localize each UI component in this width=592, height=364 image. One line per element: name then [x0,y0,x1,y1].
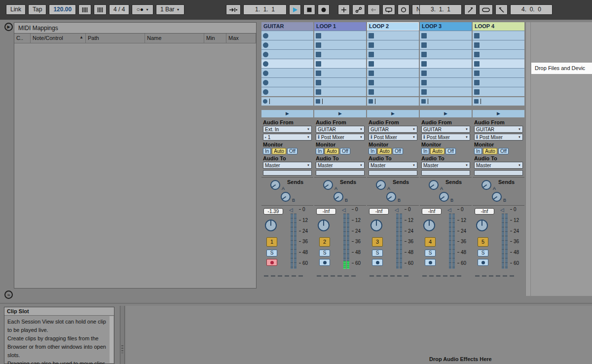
column-header-path[interactable]: Path [86,34,145,43]
clip-stop-button[interactable] [421,42,427,48]
arm-button[interactable] [478,259,488,266]
overdub-button[interactable] [338,4,350,15]
clip-slot-selected-scene[interactable] [367,59,419,68]
track-activator-button[interactable]: 5 [478,237,488,247]
monitor-auto-button[interactable]: Auto [430,148,444,154]
clip-launch-row[interactable]: ▶ [261,110,313,117]
clip-stop-button[interactable] [316,42,321,48]
clip-launch-row[interactable]: ▶ [314,110,366,117]
clip-slot[interactable] [473,40,524,49]
input-channel-chooser[interactable]: ⅱ Post Mixer ▼ [474,134,523,141]
clip-slot[interactable] [367,69,419,77]
pan-knob[interactable] [370,218,383,232]
volume-display[interactable]: -Inf [475,208,494,215]
pan-knob[interactable] [475,218,489,232]
clip-slot[interactable] [261,87,313,96]
clip-stop-button[interactable] [474,71,480,76]
info-view-toggle-button[interactable]: ≈ [4,291,13,299]
clip-slot[interactable] [261,50,313,59]
output-channel-box[interactable] [316,170,365,176]
clip-slot[interactable] [473,50,524,59]
track-header[interactable]: LOOP 1 [314,22,366,31]
clip-stop-button[interactable] [263,42,268,48]
track-header[interactable]: LOOP 4 [473,22,524,31]
clip-stop-button[interactable] [421,99,426,104]
clip-stop-button[interactable] [474,33,480,38]
arm-button[interactable] [266,259,277,266]
loop-start-display[interactable]: 3. 1. 1 [419,4,462,15]
input-type-chooser[interactable]: GUITAR ▼ [316,126,365,133]
clip-stop-button[interactable] [263,71,268,76]
monitor-off-button[interactable]: Off [393,148,403,154]
track-activator-button[interactable]: 4 [425,237,436,247]
solo-button[interactable]: S [266,250,277,256]
clip-slot[interactable] [473,78,524,87]
input-type-chooser[interactable]: Ext. In ▼ [263,126,312,133]
clip-stop-button[interactable] [316,99,320,104]
clip-stop-button[interactable] [474,42,480,48]
nudge-up-button[interactable] [94,4,107,15]
automation-arm-button[interactable] [352,4,365,15]
output-channel-box[interactable] [369,170,417,176]
play-button[interactable] [289,4,301,15]
send-a-knob[interactable] [481,179,492,191]
capture-midi-button[interactable] [382,4,395,15]
arm-button[interactable] [319,259,330,266]
solo-button[interactable]: S [478,250,488,256]
send-a-knob[interactable] [375,179,387,191]
send-b-knob[interactable] [385,191,397,203]
clip-slot-editing[interactable] [420,97,472,106]
solo-button[interactable]: S [372,250,383,256]
clip-stop-button[interactable] [421,61,427,67]
pan-knob[interactable] [422,218,436,232]
monitor-in-button[interactable]: In [474,148,482,154]
column-header-name[interactable]: Name [145,34,204,43]
clip-stop-button[interactable] [316,33,321,38]
send-a-knob[interactable] [428,179,440,191]
clip-slot[interactable] [367,78,419,87]
clip-slot[interactable] [314,50,366,59]
output-chooser[interactable]: Master ▼ [369,162,417,169]
clip-stop-button[interactable] [474,89,480,95]
output-channel-box[interactable] [421,170,470,176]
clip-slot-editing[interactable] [367,97,419,106]
monitor-in-button[interactable]: In [316,148,324,154]
clip-slot-selected-scene[interactable] [314,59,366,68]
clip-stop-button[interactable] [263,89,268,95]
track-activator-button[interactable]: 2 [319,237,330,247]
monitor-auto-button[interactable]: Auto [483,148,497,154]
clip-stop-button[interactable] [474,61,480,67]
clip-stop-button[interactable] [263,61,268,67]
clip-slot[interactable] [420,69,472,77]
input-channel-chooser[interactable]: ▪ 1 ▼ [263,134,312,141]
input-channel-chooser[interactable]: ⅱ Post Mixer ▼ [316,134,365,141]
clip-slot[interactable] [261,31,313,40]
monitor-auto-button[interactable]: Auto [272,148,286,154]
arm-button[interactable] [425,259,436,266]
input-type-chooser[interactable]: GUITAR ▼ [421,126,470,133]
midi-mappings-list[interactable] [14,43,256,288]
column-header-channel[interactable]: C.. [14,34,31,43]
clip-stop-button[interactable] [369,33,374,38]
track-header[interactable]: LOOP 2 [367,22,419,31]
clip-slot[interactable] [261,78,313,87]
clip-stop-button[interactable] [369,89,374,95]
send-a-knob[interactable] [269,179,281,191]
send-b-knob[interactable] [491,191,503,203]
output-chooser[interactable]: Master ▼ [421,162,470,169]
clip-slot[interactable] [314,87,366,96]
clip-slot[interactable] [314,40,366,49]
clip-stop-button[interactable] [421,80,427,85]
clip-stop-button[interactable] [421,52,427,57]
stop-button[interactable] [303,4,315,15]
clip-stop-button[interactable] [316,80,321,85]
clip-stop-button[interactable] [263,99,267,104]
clip-slot-selected-scene[interactable] [261,59,313,68]
monitor-off-button[interactable]: Off [340,148,350,154]
device-view[interactable]: Drop Audio Effects Here [126,306,592,364]
input-type-chooser[interactable]: GUITAR ▼ [474,126,523,133]
punch-in-button[interactable] [464,4,477,15]
clip-stop-button[interactable] [316,61,321,67]
quantization-menu[interactable]: 1 Bar▼ [156,4,185,15]
input-channel-chooser[interactable]: ⅱ Post Mixer ▼ [421,134,470,141]
